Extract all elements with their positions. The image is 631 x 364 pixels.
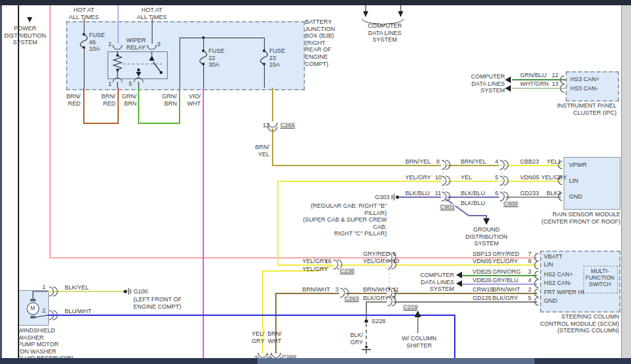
rain-r1-w1: BRN/YEL [405, 158, 431, 166]
rain-r3-branch: BLK/BLU [461, 200, 485, 207]
sccm-pin-gnd: GND [544, 297, 557, 305]
rain-r3-w2: BLK/BLU [461, 190, 485, 197]
wire-grn-brn-bottom [138, 123, 180, 124]
fuse-22-label: FUSE 22 30A [209, 47, 224, 69]
label-blk-gry-vertical: BLK/ GRY [346, 332, 363, 346]
wire-brn-red-bottom [83, 123, 119, 124]
sccm-r2-merge: YEL/GRY [302, 266, 328, 273]
sccm-pin-vbatt: VBATT [544, 253, 562, 260]
g100-location: (LEFT FRONT OF ENGINE COMPT) [133, 296, 182, 310]
sccm-r5-p2: 2 [528, 286, 531, 293]
label-brn-red-1: BRN/ RED [62, 93, 81, 107]
label-grn-blu: GRN/BLU [520, 72, 547, 79]
wire-blk-gry-drop [366, 301, 367, 320]
right-scroll-gutter[interactable] [621, 5, 631, 358]
wire-fuse46-down [84, 48, 84, 88]
relay-pin1: 1 [108, 80, 112, 88]
power-distribution-label: POWER DISTRIBUTION SYSTEM [3, 25, 48, 46]
ipc-pin13: 13 [548, 80, 558, 88]
sccm-r5-w1: BRN/WHT [363, 286, 391, 293]
fuse-23-label: FUSE 23 15A [269, 47, 285, 69]
rain-r2-w2: YEL [461, 174, 472, 181]
rain-r3-p2: 6 [495, 190, 498, 197]
wire-brn-yel-v1 [272, 88, 273, 121]
sccm-r5-w0: BRN/WHT [302, 286, 330, 293]
rain-r2-p2: 5 [495, 174, 498, 181]
rain-r3-p1: 11 [435, 190, 441, 197]
sccm-r1-p1: 6 [393, 251, 396, 258]
washer-pin2: 2 [42, 307, 46, 315]
washer-pump-title: WINDSHIELD WASHER PUMP MOTOR (ON WASHER … [18, 327, 77, 362]
ipc-title: INSTRUMENT PANEL CLUSTER (IPC) [550, 102, 616, 116]
sccm-r1-w2: GRY/RED [492, 251, 519, 258]
wire-brn-yel-v2 [272, 129, 273, 165]
rain-r2-p1: 10 [435, 174, 442, 181]
hot-at-all-times-right: HOT AT ALL TIMES [133, 7, 171, 20]
rain-pin-gnd: GND [569, 193, 582, 200]
cdl-top-arrow-right-icon [398, 11, 403, 17]
cdl-top-arrow-left-icon [363, 11, 368, 17]
sccm-r5-p1: 11 [393, 286, 399, 293]
wire-yel-gry-drop [277, 181, 279, 264]
shifter-note: W/ COLUMN SHIFTER [399, 335, 439, 349]
power-dist-arrow-icon [27, 17, 32, 22]
g303-ground-icon [392, 194, 399, 200]
sccm-r5-circuit: CRW15 [473, 286, 493, 293]
wire-wht-grn [512, 88, 566, 89]
sccm-pin-lin: LIN [544, 261, 553, 268]
ipc-hs3-can-plus: HS3 CAN+ [570, 76, 599, 83]
sccm-pin-hs2-minus: HS2 CAN- [544, 280, 572, 287]
wiring-diagram-page: POWER DISTRIBUTION SYSTEM COMPUTER DATA … [0, 0, 631, 364]
top-window-bar [0, 0, 631, 5]
wire-grn-brn-right [179, 88, 180, 124]
label-g100: G100 [133, 288, 148, 295]
cdl-top-label: COMPUTER DATA LINES SYSTEM [360, 22, 410, 44]
sccm-r3-w2: GRN/ORG [492, 268, 521, 276]
cdl-sccm-arrow1-icon [456, 272, 462, 278]
wiper-relay-box [108, 51, 168, 79]
sccm-pin-hs2-plus: HS2 CAN+ [544, 271, 573, 278]
connector-c238[interactable]: C238 [339, 268, 355, 275]
ground-dist-arrow-icon [483, 218, 490, 225]
rain-r2-w1: YEL/GRY [405, 174, 431, 181]
sccm-r2-p1: 10 [393, 258, 399, 265]
connector-c903[interactable]: C903 [440, 204, 455, 211]
sccm-r1-p2: 7 [528, 251, 531, 258]
wire-bjb-bus [180, 38, 264, 38]
connector-c263[interactable]: C263 [344, 295, 360, 303]
label-brn-wht-bottom: BRN/ WHT [265, 330, 284, 344]
wire-fuse23-down [264, 65, 265, 88]
ipc-pin12: 12 [548, 72, 558, 79]
label-yel-gry-bottom: YEL/ GRY [249, 330, 267, 344]
wire-relay-return-inside [180, 38, 180, 88]
connector-c219[interactable]: C219 [403, 304, 418, 311]
hot-at-all-times-left: HOT AT ALL TIMES [65, 7, 103, 20]
label-vio-wht: VIO/ WHT [182, 93, 201, 107]
label-g303: G303 [372, 194, 389, 201]
c265-pin: 12 [259, 122, 269, 129]
relay-pin3: 3 [157, 41, 160, 48]
sccm-r1-circuit: SBP13 [473, 251, 491, 258]
inline-connectors [49, 160, 508, 320]
relay-pin5: 5 [129, 80, 132, 88]
sccm-r2-w2: YEL/GRY [492, 258, 518, 265]
rain-r2-circuit: VDN05 [520, 174, 539, 181]
wire-relay-coil-feed [117, 5, 119, 44]
connector-c900[interactable]: C900 [503, 200, 519, 208]
sccm-r6-w1: BLK/GRY [363, 295, 389, 302]
wire-bus-to-fuse23 [264, 38, 265, 50]
wire-fuse22-down [203, 65, 204, 88]
sccm-r6-circuit: GD125 [473, 295, 492, 302]
wire-grn-brn-left [138, 88, 139, 124]
wire-brn-red-left [83, 88, 84, 124]
label-brn-yel-vertical: BRN/ YEL [251, 144, 269, 158]
wire-hot-to-relay-pin3 [152, 18, 152, 44]
rain-r1-p3: 1 [558, 158, 561, 166]
rain-r2-w3: YEL/GRY [541, 174, 567, 181]
multifunction-switch-label: MULTI- FUNCTION SWITCH [584, 268, 616, 288]
wire-gry-red-vertical [50, 5, 51, 257]
sccm-r4-w2: GRY/BLU [492, 277, 518, 284]
sccm-r6-w2: BLK/GRY [492, 295, 518, 302]
wire-vio-wht [203, 88, 204, 358]
connector-c265[interactable]: C265 [280, 122, 296, 129]
